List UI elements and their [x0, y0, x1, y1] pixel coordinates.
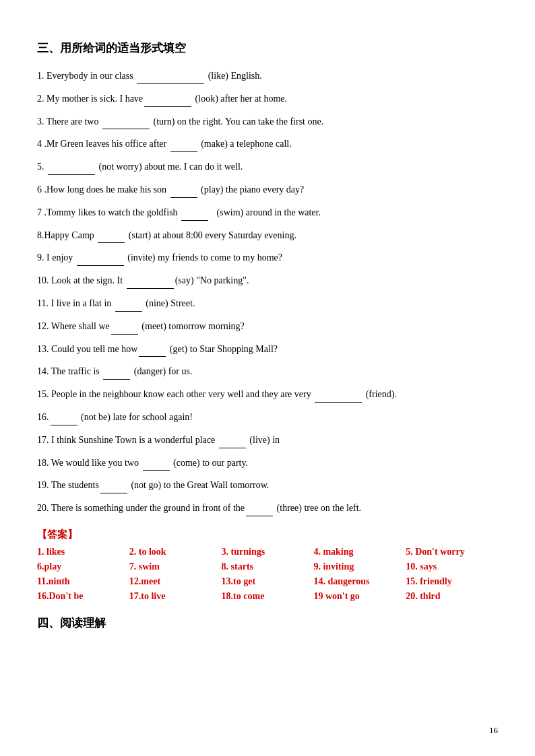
question-4: 4 .Mr Green leaves his office after (mak…	[37, 136, 498, 152]
question-19: 19. The students (not go) to the Great W…	[37, 477, 498, 493]
ans-19: 19 won't go	[313, 591, 406, 602]
q5-blank	[48, 174, 95, 175]
q1-blank	[137, 83, 204, 84]
ans-10: 10. says	[406, 561, 498, 572]
page: 三、用所给词的适当形式填空 1. Everybody in our class …	[0, 0, 535, 756]
question-17: 17. I think Sunshine Town is a wonderful…	[37, 432, 498, 448]
ans-row-4: 16.Don't be 17.to live 18.to come 19 won…	[37, 591, 498, 602]
ans-13: 13.to get	[222, 576, 314, 587]
q19-blank	[100, 493, 127, 493]
question-6: 6 .How long does he make his son (play) …	[37, 182, 498, 198]
ans-8: 8. starts	[222, 561, 314, 572]
q10-blank	[127, 288, 174, 289]
ans-14: 14. dangerous	[313, 576, 406, 587]
questions-list: 1. Everybody in our class (like) English…	[37, 68, 498, 516]
ans-3: 3. turnings	[222, 547, 314, 557]
q20-blank	[246, 516, 273, 516]
question-12: 12. Where shall we (meet) tomorrow morni…	[37, 318, 498, 335]
question-10: 10. Look at the sign. It (say) "No parki…	[37, 273, 498, 289]
ans-18: 18.to come	[222, 591, 314, 602]
ans-17: 17.to live	[129, 591, 222, 602]
ans-5: 5. Don't worry	[406, 547, 498, 557]
ans-20: 20. third	[406, 591, 498, 602]
q13-blank	[139, 356, 166, 357]
question-11: 11. I live in a flat in (nine) Street.	[37, 296, 498, 312]
q16-blank	[51, 425, 77, 425]
ans-16: 16.Don't be	[37, 591, 129, 602]
ans-2: 2. to look	[129, 547, 222, 557]
ans-row-1: 1. likes 2. to look 3. turnings 4. makin…	[37, 547, 498, 557]
q9-blank	[77, 265, 124, 266]
question-9: 9. I enjoy (invite) my friends to come t…	[37, 250, 498, 266]
q3-blank	[102, 129, 150, 129]
question-13: 13. Could you tell me how (get) to Star …	[37, 341, 498, 357]
section4-title: 四、阅读理解	[37, 615, 498, 631]
answers-section: 【答案】 1. likes 2. to look 3. turnings 4. …	[37, 528, 498, 602]
ans-12: 12.meet	[129, 576, 222, 587]
ans-6: 6.play	[37, 561, 129, 572]
question-15: 15. People in the neighbour know each ot…	[37, 386, 498, 403]
question-5: 5. (not worry) about me. I can do it wel…	[37, 159, 498, 175]
ans-1: 1. likes	[37, 547, 129, 557]
question-8: 8.Happy Camp (start) at about 8:00 every…	[37, 228, 498, 244]
q15-blank	[315, 402, 362, 403]
q17-blank	[219, 448, 246, 448]
ans-row-2: 6.play 7. swim 8. starts 9. inviting 10.…	[37, 561, 498, 572]
q18-blank	[143, 470, 170, 471]
page-number: 16	[489, 725, 498, 736]
question-18: 18. We would like you two (come) to our …	[37, 455, 498, 471]
question-7: 7 .Tommy likes to watch the goldfish (sw…	[37, 205, 498, 221]
question-20: 20. There is something under the ground …	[37, 500, 498, 516]
ans-row-3: 11.ninth 12.meet 13.to get 14. dangerous…	[37, 576, 498, 587]
section3-title: 三、用所给词的适当形式填空	[37, 40, 498, 56]
q6-blank	[170, 197, 197, 198]
q14-blank	[103, 379, 130, 380]
question-16: 16. (not be) late for school again!	[37, 409, 498, 425]
ans-4: 4. making	[313, 547, 406, 557]
question-3: 3. There are two (turn) on the right. Yo…	[37, 114, 498, 130]
q11-blank	[115, 311, 142, 312]
question-14: 14. The traffic is (danger) for us.	[37, 364, 498, 380]
q7-blank	[181, 220, 208, 221]
answers-title: 【答案】	[37, 528, 498, 541]
question-1: 1. Everybody in our class (like) English…	[37, 68, 498, 84]
ans-11: 11.ninth	[37, 576, 129, 587]
q8-blank	[98, 242, 125, 243]
q12-blank	[111, 334, 138, 335]
question-2: 2. My mother is sick. I have (look) afte…	[37, 91, 498, 107]
ans-9: 9. inviting	[313, 561, 406, 572]
q4-blank	[170, 151, 197, 152]
q2-blank	[144, 106, 191, 107]
ans-7: 7. swim	[129, 561, 222, 572]
ans-15: 15. friendly	[406, 576, 498, 587]
q1-num: 1. Everybody in our class	[37, 71, 135, 81]
